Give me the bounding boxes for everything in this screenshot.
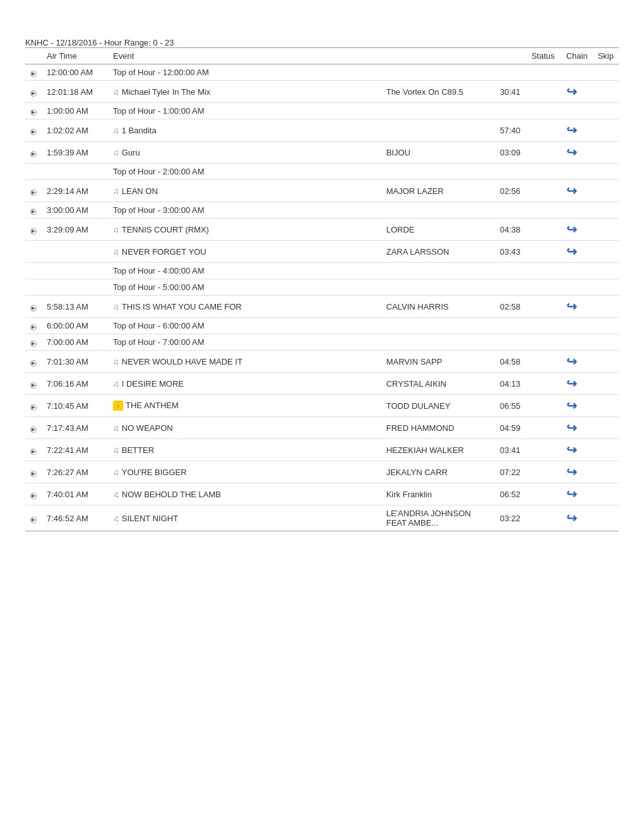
event-cell: ♫YOU'RE BIGGER: [108, 461, 381, 483]
skip-cell: [593, 334, 619, 351]
table-row: ▶3:29:09 AM♫TENNIS COURT (RMX)LORDE04:38…: [25, 219, 619, 241]
expand-cell[interactable]: ▶: [25, 439, 42, 461]
col-artist-header: [381, 48, 495, 64]
chain-icon[interactable]: ↪: [566, 420, 577, 435]
skip-cell: [593, 417, 619, 439]
expand-cell[interactable]: ▶: [25, 395, 42, 417]
status-cell: [527, 483, 561, 505]
airtime-cell: [42, 263, 108, 279]
expand-icon[interactable]: ▶: [30, 190, 37, 196]
expand-icon[interactable]: ▶: [30, 109, 37, 116]
expand-icon[interactable]: ▶: [30, 324, 37, 330]
expand-icon[interactable]: ▶: [30, 471, 37, 477]
expand-cell[interactable]: ▶: [25, 351, 42, 373]
music-note-icon: ♫: [113, 423, 119, 433]
duration-cell: 03:09: [495, 142, 527, 164]
expand-cell[interactable]: ▶: [25, 202, 42, 219]
col-expand-header: [25, 48, 42, 64]
expand-icon[interactable]: ▶: [30, 426, 37, 433]
airtime-cell: 7:26:27 AM: [42, 461, 108, 483]
chain-cell: [561, 263, 593, 279]
expand-cell[interactable]: ▶: [25, 373, 42, 395]
expand-cell[interactable]: ▶: [25, 417, 42, 439]
event-cell: Top of Hour - 2:00:00 AM: [108, 164, 381, 180]
expand-icon[interactable]: ▶: [30, 90, 37, 97]
expand-cell[interactable]: [25, 279, 42, 296]
table-row: ▶7:00:00 AMTop of Hour - 7:00:00 AM: [25, 334, 619, 351]
expand-cell[interactable]: ▶: [25, 119, 42, 142]
table-row: ▶7:01:30 AM♫NEVER WOULD HAVE MADE ITMARV…: [25, 351, 619, 373]
chain-cell: [561, 64, 593, 81]
chain-icon[interactable]: ↪: [566, 145, 577, 160]
skip-cell: [593, 164, 619, 180]
expand-icon[interactable]: ▶: [30, 151, 37, 157]
expand-cell[interactable]: ▶: [25, 180, 42, 202]
expand-cell[interactable]: ▶: [25, 219, 42, 241]
expand-cell[interactable]: [25, 164, 42, 180]
expand-cell[interactable]: ▶: [25, 334, 42, 351]
expand-icon[interactable]: ▶: [30, 208, 37, 215]
expand-cell[interactable]: [25, 263, 42, 279]
chain-cell: ↪: [561, 180, 593, 202]
chain-icon[interactable]: ↪: [566, 511, 577, 526]
chain-cell: [561, 279, 593, 296]
expand-cell[interactable]: ▶: [25, 483, 42, 505]
airtime-cell: 1:00:00 AM: [42, 103, 108, 119]
chain-icon[interactable]: ↪: [566, 464, 577, 480]
duration-cell: 30:41: [495, 81, 527, 103]
expand-cell[interactable]: ▶: [25, 81, 42, 103]
chain-icon[interactable]: ↪: [566, 299, 577, 314]
expand-cell[interactable]: [25, 241, 42, 263]
chain-icon[interactable]: ↪: [566, 376, 577, 391]
expand-icon[interactable]: ▶: [30, 305, 37, 311]
skip-cell: [593, 279, 619, 296]
table-row: ▶2:29:14 AM♫LEAN ONMAJOR LAZER02:56↪: [25, 180, 619, 202]
col-duration-header: [495, 48, 527, 64]
expand-cell[interactable]: ▶: [25, 142, 42, 164]
table-row: ▶5:58:13 AM♫THIS IS WHAT YOU CAME FORCAL…: [25, 296, 619, 318]
expand-cell[interactable]: ▶: [25, 461, 42, 483]
music-note-icon: ♫: [113, 514, 119, 523]
event-cell: ♪THE ANTHEM: [108, 395, 381, 417]
expand-icon[interactable]: ▶: [30, 517, 37, 523]
chain-icon[interactable]: ↪: [566, 123, 577, 138]
table-header-row: Air Time Event Status Chain Skip: [25, 48, 619, 64]
expand-cell[interactable]: ▶: [25, 505, 42, 531]
artist-cell: LE'ANDRIA JOHNSON FEAT AMBE...: [381, 505, 495, 531]
artist-cell: CRYSTAL AIKIN: [381, 373, 495, 395]
expand-icon[interactable]: ▶: [30, 493, 37, 499]
music-note-icon: ♫: [113, 379, 119, 389]
expand-icon[interactable]: ▶: [30, 71, 37, 77]
status-cell: [527, 373, 561, 395]
expand-icon[interactable]: ▶: [30, 228, 37, 234]
expand-icon[interactable]: ▶: [30, 129, 37, 135]
chain-icon[interactable]: ↪: [566, 442, 577, 457]
chain-icon[interactable]: ↪: [566, 84, 577, 99]
artist-cell: BIJOU: [381, 142, 495, 164]
music-note-icon: ♫: [113, 357, 119, 366]
chain-icon[interactable]: ↪: [566, 486, 577, 502]
expand-icon[interactable]: ▶: [30, 404, 37, 411]
airtime-cell: 1:02:02 AM: [42, 119, 108, 142]
expand-icon[interactable]: ▶: [30, 449, 37, 455]
artist-cell: [381, 164, 495, 180]
event-cell: ♫BETTER: [108, 439, 381, 461]
chain-icon[interactable]: ↪: [566, 354, 577, 369]
duration-cell: [495, 164, 527, 180]
expand-icon[interactable]: ▶: [30, 341, 37, 347]
expand-icon[interactable]: ▶: [30, 382, 37, 389]
chain-icon[interactable]: ↪: [566, 222, 577, 237]
expand-cell[interactable]: ▶: [25, 296, 42, 318]
expand-cell[interactable]: ▶: [25, 318, 42, 334]
expand-icon[interactable]: ▶: [30, 360, 37, 366]
expand-cell[interactable]: ▶: [25, 64, 42, 81]
chain-icon[interactable]: ↪: [566, 183, 577, 198]
skip-cell: [593, 64, 619, 81]
expand-cell[interactable]: ▶: [25, 103, 42, 119]
music-note-icon: ♫: [113, 148, 119, 157]
chain-icon[interactable]: ↪: [566, 244, 577, 259]
music-note-icon: ♫: [113, 186, 119, 196]
chain-icon[interactable]: ↪: [566, 398, 577, 413]
duration-cell: 03:43: [495, 241, 527, 263]
airtime-cell: 7:22:41 AM: [42, 439, 108, 461]
